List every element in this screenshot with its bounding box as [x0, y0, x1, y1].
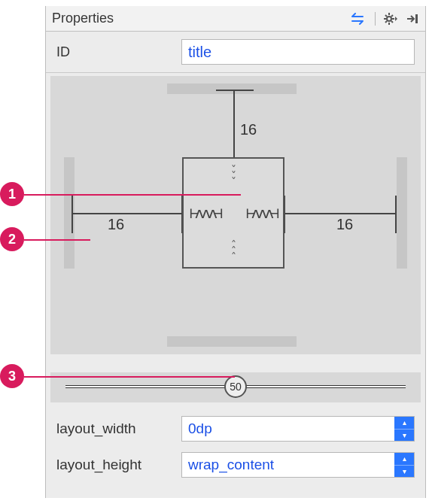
connector-right[interactable] [284, 213, 397, 214]
margin-left-value[interactable]: 16 [108, 216, 124, 233]
slider-thumb[interactable]: 50 [224, 375, 247, 398]
callout-2: 2 [0, 227, 24, 251]
margin-right-value[interactable]: 16 [336, 216, 353, 233]
constraint-widget[interactable]: 16 16 16 ˅˅˅ ᴧᴧᴧ ᴧᴧᴧ ˄˄˄ [50, 76, 421, 354]
header-tools [351, 12, 419, 26]
gear-icon[interactable] [383, 12, 398, 26]
panel-title: Properties [52, 11, 114, 26]
width-control-left[interactable]: ᴧᴧᴧ [190, 204, 221, 222]
layout-width-label: layout_width [56, 421, 169, 437]
panel-header: Properties [46, 6, 425, 32]
layout-height-select[interactable]: wrap_content ▴▾ [181, 452, 415, 478]
view-box[interactable]: ˅˅˅ ᴧᴧᴧ ᴧᴧᴧ ˄˄˄ [182, 157, 284, 269]
layout-height-row: layout_height wrap_content ▴▾ [56, 452, 415, 478]
layout-width-value: 0dp [188, 421, 212, 437]
boundary-bottom [167, 336, 297, 347]
svg-line-7 [391, 15, 393, 17]
callout-3: 3 [0, 364, 24, 388]
collapse-icon[interactable] [406, 13, 419, 25]
toolbar-divider [375, 12, 376, 26]
id-label: ID [56, 44, 169, 60]
layout-height-label: layout_height [56, 457, 169, 473]
layout-width-row: layout_width 0dp ▴▾ [56, 416, 415, 442]
callout-1: 1 [0, 182, 24, 206]
height-control-bottom[interactable]: ˄˄˄ [231, 241, 236, 260]
height-control-top[interactable]: ˅˅˅ [231, 166, 236, 184]
layout-width-select[interactable]: 0dp ▴▾ [181, 416, 415, 442]
svg-line-6 [391, 21, 393, 23]
id-row: ID [46, 32, 425, 73]
stepper-icon[interactable]: ▴▾ [394, 453, 414, 477]
id-input[interactable] [181, 39, 415, 65]
svg-line-8 [385, 21, 387, 23]
swap-icon[interactable] [351, 13, 367, 25]
callout-2-line [24, 239, 90, 241]
properties-panel: Properties [45, 6, 426, 498]
stepper-icon[interactable]: ▴▾ [394, 417, 414, 441]
svg-point-0 [387, 17, 391, 21]
boundary-right [397, 157, 407, 269]
callout-3-line [24, 376, 235, 378]
margin-top-value[interactable]: 16 [240, 121, 257, 138]
layout-height-value: wrap_content [188, 457, 274, 473]
svg-line-5 [385, 15, 387, 17]
width-control-right[interactable]: ᴧᴧᴧ [246, 204, 277, 222]
connector-top[interactable] [233, 90, 235, 159]
connector-left[interactable] [71, 213, 183, 214]
horizontal-bias-slider[interactable]: 50 [65, 380, 406, 393]
boundary-top [167, 83, 297, 94]
svg-rect-9 [415, 14, 418, 23]
callout-1-line [24, 194, 241, 196]
layout-rows: layout_width 0dp ▴▾ layout_height wrap_c… [46, 407, 425, 478]
